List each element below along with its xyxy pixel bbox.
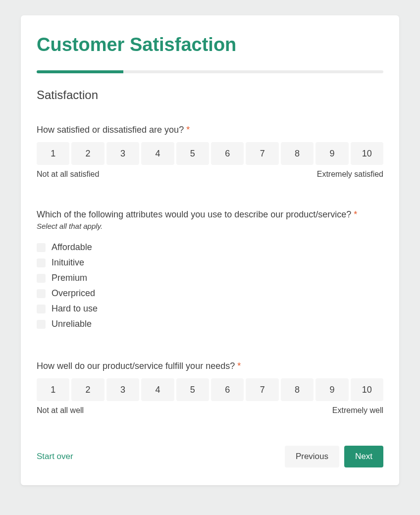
checkbox-icon [37, 243, 46, 252]
survey-footer: Start over Previous Next [37, 446, 383, 467]
question-text: Which of the following attributes would … [37, 209, 351, 219]
checkbox-option[interactable]: Overpriced [37, 287, 383, 300]
rating-option[interactable]: 5 [176, 142, 209, 165]
checkbox-option[interactable]: Affordable [37, 241, 383, 254]
rating-option[interactable]: 3 [106, 142, 139, 165]
question-hint: Select all that apply. [37, 222, 383, 230]
checkbox-icon [37, 258, 46, 267]
required-mark: * [237, 361, 241, 371]
required-mark: * [186, 125, 190, 135]
rating-anchors: Not at all well Extremely well [37, 406, 383, 415]
rating-option[interactable]: 5 [176, 378, 209, 401]
checkbox-label: Unreliable [52, 319, 92, 329]
question-text: How satisfied or dissatisfied are you? [37, 125, 184, 135]
survey-card: Customer Satisfaction Satisfaction How s… [21, 15, 399, 485]
checkbox-label: Overpriced [52, 288, 95, 299]
question-text: How well do our product/service fulfill … [37, 361, 235, 371]
anchor-high: Extremely well [332, 406, 383, 415]
rating-option[interactable]: 1 [37, 142, 69, 165]
question-attributes: Which of the following attributes would … [37, 209, 383, 330]
checkbox-option[interactable]: Unreliable [37, 318, 383, 330]
checkbox-option[interactable]: Inituitive [37, 257, 383, 269]
rating-option[interactable]: 6 [211, 142, 244, 165]
progress-fill [37, 70, 123, 73]
progress-bar [37, 70, 383, 73]
checkbox-label: Affordable [52, 242, 92, 253]
checkbox-icon [37, 274, 46, 283]
checkbox-icon [37, 289, 46, 298]
checkbox-label: Premium [52, 273, 87, 283]
question-label: Which of the following attributes would … [37, 209, 383, 220]
rating-option[interactable]: 10 [351, 142, 383, 165]
question-satisfaction: How satisfied or dissatisfied are you? *… [37, 125, 383, 179]
rating-option[interactable]: 4 [141, 378, 174, 401]
rating-option[interactable]: 7 [246, 142, 278, 165]
checkbox-icon [37, 305, 46, 313]
anchor-high: Extremely satisfied [317, 170, 383, 179]
rating-option[interactable]: 4 [141, 142, 174, 165]
rating-option[interactable]: 6 [211, 378, 244, 401]
rating-option[interactable]: 10 [351, 378, 383, 401]
rating-option[interactable]: 8 [281, 142, 314, 165]
question-label: How satisfied or dissatisfied are you? * [37, 125, 383, 135]
previous-button[interactable]: Previous [285, 446, 339, 467]
checkbox-label: Hard to use [52, 304, 98, 314]
rating-anchors: Not at all satisfied Extremely satisfied [37, 170, 383, 179]
section-title: Satisfaction [37, 88, 383, 102]
rating-option[interactable]: 2 [71, 378, 104, 401]
rating-scale: 1 2 3 4 5 6 7 8 9 10 [37, 378, 383, 401]
checkbox-label: Inituitive [52, 258, 84, 268]
required-mark: * [354, 209, 357, 219]
anchor-low: Not at all satisfied [37, 170, 99, 179]
rating-option[interactable]: 9 [315, 378, 348, 401]
rating-option[interactable]: 8 [281, 378, 314, 401]
start-over-link[interactable]: Start over [37, 452, 73, 462]
question-needs: How well do our product/service fulfill … [37, 361, 383, 415]
rating-option[interactable]: 2 [71, 142, 104, 165]
anchor-low: Not at all well [37, 406, 84, 415]
rating-option[interactable]: 9 [315, 142, 348, 165]
checkbox-icon [37, 320, 46, 329]
checkbox-option[interactable]: Hard to use [37, 303, 383, 315]
checkbox-list: Affordable Inituitive Premium Overpriced… [37, 241, 383, 330]
rating-option[interactable]: 1 [37, 378, 69, 401]
rating-option[interactable]: 7 [246, 378, 278, 401]
next-button[interactable]: Next [344, 446, 383, 467]
checkbox-option[interactable]: Premium [37, 272, 383, 284]
nav-buttons: Previous Next [285, 446, 383, 467]
question-label: How well do our product/service fulfill … [37, 361, 383, 371]
rating-scale: 1 2 3 4 5 6 7 8 9 10 [37, 142, 383, 165]
rating-option[interactable]: 3 [106, 378, 139, 401]
survey-title: Customer Satisfaction [37, 34, 383, 55]
